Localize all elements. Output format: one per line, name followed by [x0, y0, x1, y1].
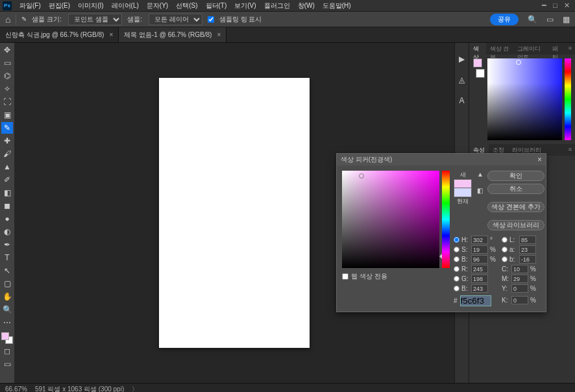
cube-icon[interactable]: ◧: [477, 187, 483, 194]
tool-wand[interactable]: ✧: [1, 83, 13, 95]
radio-r[interactable]: [454, 266, 459, 272]
radio-s[interactable]: [454, 247, 459, 252]
tab-patterns[interactable]: 패턴: [548, 43, 565, 55]
quickmask-icon[interactable]: ◻: [1, 345, 13, 357]
input-r[interactable]: [471, 265, 488, 273]
eyedropper-icon[interactable]: ✎: [21, 16, 27, 23]
menu-view[interactable]: 보기(V): [230, 0, 260, 12]
radio-g[interactable]: [454, 276, 459, 282]
tool-dodge[interactable]: ◐: [1, 226, 13, 238]
tool-frame[interactable]: ▣: [1, 109, 13, 121]
tool-crop[interactable]: ⛶: [1, 96, 13, 108]
color-libraries-button[interactable]: 색상 라이브러리: [487, 220, 544, 230]
home-icon[interactable]: ⌂: [5, 14, 10, 25]
menu-filter[interactable]: 필터(T): [202, 0, 231, 12]
triangle-icon[interactable]: ◬: [459, 75, 465, 84]
tab-swatches[interactable]: 색상 견본: [486, 43, 513, 55]
play-icon[interactable]: ▶: [459, 55, 465, 64]
sample-size-select[interactable]: 포인트 샘플: [68, 14, 122, 25]
tool-eraser[interactable]: ◧: [1, 187, 13, 199]
radio-l[interactable]: [502, 237, 508, 243]
tool-path[interactable]: ↖: [1, 265, 13, 276]
input-y[interactable]: [511, 284, 528, 293]
tool-hand[interactable]: ✋: [1, 291, 13, 302]
dialog-titlebar[interactable]: 색상 피커(전경색) ×: [337, 154, 546, 165]
doc-info[interactable]: 591 픽셀 x 1063 픽셀 (300 ppi): [35, 385, 124, 393]
ok-button[interactable]: 확인: [487, 171, 544, 181]
tool-zoom[interactable]: 🔍: [1, 304, 13, 315]
document-tab-1[interactable]: 제목 없음-1 @ 66.7% (RGB/8)×: [119, 27, 226, 42]
window-minimize[interactable]: ━: [542, 1, 546, 10]
input-a[interactable]: [519, 245, 536, 254]
sv-cursor[interactable]: [359, 173, 364, 178]
input-bc[interactable]: [471, 284, 488, 293]
window-close[interactable]: ✕: [564, 1, 570, 10]
tool-marquee[interactable]: ▭: [1, 57, 13, 69]
hue-slider[interactable]: [442, 171, 450, 268]
canvas[interactable]: [159, 78, 310, 348]
menu-image[interactable]: 이미지(I): [74, 0, 107, 12]
tool-move[interactable]: ✥: [1, 44, 13, 56]
tool-eyedropper[interactable]: ✎: [1, 122, 13, 134]
input-s[interactable]: [471, 245, 488, 254]
sampling-ring-checkbox[interactable]: [208, 16, 214, 23]
input-k[interactable]: [511, 296, 528, 304]
menu-help[interactable]: 도움말(H): [319, 0, 355, 12]
warning-icon[interactable]: ▲: [477, 171, 483, 178]
input-b[interactable]: [471, 255, 488, 263]
tool-shape[interactable]: ▢: [1, 278, 13, 289]
sv-field[interactable]: [342, 171, 439, 268]
radio-bb[interactable]: [502, 256, 508, 262]
type-icon[interactable]: A: [459, 96, 464, 105]
color-swatches[interactable]: [1, 332, 13, 344]
workspace-icon[interactable]: ▭: [546, 15, 554, 24]
tool-history[interactable]: ✐: [1, 174, 13, 186]
panel-foreground-swatch[interactable]: [473, 58, 482, 67]
tool-heal[interactable]: ✚: [1, 135, 13, 147]
tab-gradients[interactable]: 그레이디언트: [513, 43, 548, 55]
tool-lasso[interactable]: ⌬: [1, 70, 13, 82]
hue-pointer[interactable]: [439, 254, 442, 259]
cancel-button[interactable]: 취소: [487, 184, 544, 194]
input-g[interactable]: [471, 275, 488, 283]
panel-menu-icon[interactable]: ≡: [565, 43, 575, 55]
tool-gradient[interactable]: ◼: [1, 200, 13, 212]
menu-layer[interactable]: 레이어(L): [108, 0, 143, 12]
tool-stamp[interactable]: ▲: [1, 161, 13, 173]
menu-type[interactable]: 문자(Y): [143, 0, 172, 12]
tool-brush[interactable]: 🖌: [1, 148, 13, 160]
radio-h[interactable]: [454, 237, 459, 243]
tab-color[interactable]: 색상: [469, 43, 486, 55]
sample-select[interactable]: 모든 레이어: [149, 14, 202, 25]
close-icon[interactable]: ×: [537, 155, 542, 164]
window-maximize[interactable]: □: [553, 1, 557, 10]
arrange-icon[interactable]: ▦: [563, 15, 570, 24]
input-h[interactable]: [471, 236, 488, 244]
web-only-checkbox[interactable]: [342, 273, 349, 280]
menu-file[interactable]: 파일(F): [16, 0, 45, 12]
input-m[interactable]: [511, 275, 528, 283]
close-icon[interactable]: ×: [217, 31, 221, 38]
input-c[interactable]: [511, 265, 528, 273]
menu-plugins[interactable]: 플러그인: [260, 0, 294, 12]
menu-window[interactable]: 창(W): [294, 0, 319, 12]
tool-text[interactable]: T: [1, 252, 13, 263]
tool-blur[interactable]: ●: [1, 213, 13, 225]
screenmode-icon[interactable]: ▭: [1, 358, 13, 370]
hue-strip[interactable]: [565, 58, 571, 140]
zoom-level[interactable]: 66.67%: [5, 386, 27, 392]
input-hex[interactable]: [460, 295, 491, 306]
panel-menu-icon[interactable]: ≡: [565, 144, 575, 156]
tool-pen[interactable]: ✒: [1, 239, 13, 251]
color-field[interactable]: [487, 58, 562, 140]
add-swatch-button[interactable]: 색상 견본에 추가: [487, 202, 544, 212]
input-bb[interactable]: [519, 255, 536, 263]
chevron-right-icon[interactable]: 〉: [132, 385, 138, 393]
panel-background-swatch[interactable]: [476, 69, 485, 78]
tool-more[interactable]: ⋯: [1, 317, 13, 328]
radio-bc[interactable]: [454, 286, 459, 291]
document-tab-0[interactable]: 신랑측 식권.jpg @ 66.7% (RGB/8)×: [0, 27, 119, 42]
menu-select[interactable]: 선택(S): [172, 0, 201, 12]
close-icon[interactable]: ×: [109, 31, 113, 38]
foreground-swatch[interactable]: [1, 332, 9, 340]
